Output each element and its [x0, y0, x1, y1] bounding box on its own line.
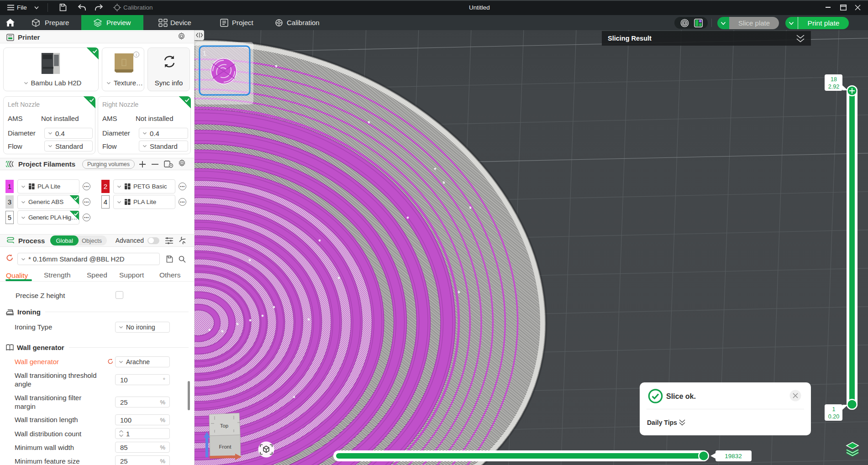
svg-text:1: 1: [203, 50, 206, 57]
svg-text:Front: Front: [219, 444, 232, 449]
svg-text:Daily Tips: Daily Tips: [647, 419, 677, 426]
svg-text:Slicing Result: Slicing Result: [608, 35, 652, 42]
svg-text:19832: 19832: [725, 453, 742, 460]
svg-text:Top: Top: [220, 423, 229, 428]
svg-text:18: 18: [831, 76, 837, 83]
svg-text:1: 1: [832, 406, 836, 413]
svg-text:2.92: 2.92: [828, 84, 839, 90]
svg-text:Slice ok.: Slice ok.: [666, 392, 696, 400]
svg-text:0.20: 0.20: [828, 413, 839, 420]
